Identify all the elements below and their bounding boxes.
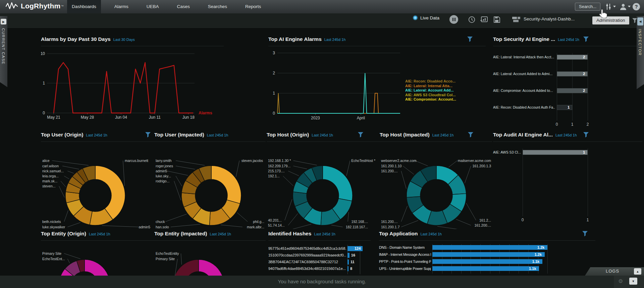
donut-label: 161.2... <box>479 218 491 222</box>
widget-title: Top Host (Impacted) <box>380 132 430 137</box>
audit-aie-bar-chart: 01AIE: AWS S3 Cl...1 <box>493 142 642 227</box>
widget-identified-hashes: Identified HashesLast 245d 1h 95775c451e… <box>268 231 371 276</box>
application-row: UPS - Uninterruptible Power Supply1.1k <box>379 266 595 272</box>
inspector-tab[interactable]: ◀ INSPECTOR <box>637 16 644 89</box>
donut-label: 161.200.1.7 <box>381 225 400 229</box>
search-button[interactable]: Search... <box>575 3 600 11</box>
widget-top-user-impacted: Top User (Impacted)Last 245d 1h larry.sm… <box>154 132 266 229</box>
widget-alarms-by-day: Alarms by Day Past 30 DaysLast 30 Days 0… <box>41 36 224 132</box>
widget-top-ai-engine-alarms: Top AI Engine AlarmsLast 245d 1h 0123202… <box>268 36 486 132</box>
donut-label: EchoTestEntity <box>156 251 179 255</box>
donut-slice[interactable] <box>323 166 353 201</box>
user-origin-donut-chart: alicecarl.wilsonnick.samuel...leia.orga.… <box>41 142 154 229</box>
collapse-inspector-icon[interactable]: ◀ <box>637 17 643 25</box>
donut-label: webserver1.... <box>469 228 491 229</box>
hash-value: 124 <box>355 246 361 250</box>
pause-button[interactable] <box>449 15 458 24</box>
widget-top-application: Top ApplicationLast 245d 1h DNS - Domain… <box>379 231 595 276</box>
bar[interactable] <box>347 253 350 258</box>
bar[interactable] <box>432 266 539 271</box>
donut-label: nick.samuel... <box>42 169 64 173</box>
logs-tab[interactable]: LOGS ▲ <box>585 267 644 276</box>
help-icon[interactable]: ? <box>633 3 640 10</box>
widget-header: Top Entity (Origin)Last 245d 1h <box>41 231 154 241</box>
logs-expand-icon[interactable]: ▲ <box>634 268 641 275</box>
filter-icon[interactable] <box>583 132 589 139</box>
dashboard-layout-icon[interactable] <box>512 17 521 24</box>
donut-label: 192.168.1.30 * <box>268 159 291 163</box>
background-tasks-message: You have no background tasks running. <box>0 276 644 288</box>
logs-label: LOGS <box>606 269 619 274</box>
add-widget-icon[interactable] <box>480 16 488 24</box>
hash-value: 16 <box>351 253 355 257</box>
settings-gear-icon[interactable]: ⚙ <box>618 278 623 284</box>
donut-label: 192.168.... <box>351 220 368 224</box>
hash-label: 1510070ccdaa2397692999aaaa921feaeedcf0..… <box>268 253 346 257</box>
donut-label: larry.smith <box>156 159 172 163</box>
time-range-icon[interactable] <box>468 16 475 24</box>
aie-series-line[interactable] <box>277 93 400 113</box>
donut-label: Primary Site <box>156 257 175 261</box>
widget-title: Top User (Impacted) <box>154 132 204 137</box>
current-case-tab[interactable]: ▶ CURRENT CASE <box>0 16 7 87</box>
live-data-indicator[interactable]: Live Data <box>413 15 439 20</box>
svg-text:1: 1 <box>273 91 275 96</box>
logo-trademark: ™ <box>61 5 63 8</box>
donut-label: admin5 <box>156 169 167 173</box>
filter-icon[interactable] <box>582 231 588 238</box>
bar[interactable] <box>432 252 545 257</box>
svg-text:May 21: May 21 <box>47 115 60 120</box>
widget-top-security-ai-engine: Top Security AI Engine ...Last 245d 1h 0… <box>493 36 642 134</box>
svg-text:2: 2 <box>273 71 275 75</box>
donut-label: han.solo <box>156 225 169 229</box>
bar[interactable] <box>432 245 547 250</box>
live-data-dot-icon <box>413 15 418 20</box>
filter-icon[interactable] <box>468 132 474 139</box>
bar-label: AIE: AWS S3 Cl... <box>493 150 521 154</box>
widget-range: Last 245d 1h <box>210 232 231 236</box>
user-caret-icon[interactable] <box>628 6 631 7</box>
donut-label: admin5 <box>139 225 151 229</box>
svg-text:1: 1 <box>43 81 45 85</box>
admin-caret-icon[interactable] <box>613 6 616 7</box>
donut-label: 161.200.1.10 <box>381 164 401 168</box>
tab-searches[interactable]: Searches <box>203 0 232 13</box>
collapse-panel-icon[interactable]: ▼ <box>629 278 637 285</box>
bar-row: AIE: Compromise: Account Added to...2 <box>493 88 642 94</box>
tab-alarms[interactable]: Alarms <box>110 0 133 13</box>
bar[interactable] <box>432 259 542 264</box>
bar[interactable] <box>523 150 588 155</box>
bar[interactable] <box>347 266 348 271</box>
bar[interactable] <box>347 260 349 265</box>
user-profile-icon[interactable] <box>619 3 627 12</box>
application-value: 1.1k <box>532 260 539 264</box>
donut-label: rodrigo... <box>156 179 169 183</box>
donut-slice[interactable] <box>211 166 241 204</box>
aie-series-line[interactable] <box>277 93 400 113</box>
legend-item: AIE: AWS S3 Cloudtrail Col... <box>405 93 456 97</box>
tab-cases[interactable]: Cases <box>172 0 195 13</box>
alarms-series-line[interactable] <box>54 63 193 113</box>
filter-icon[interactable] <box>145 132 151 139</box>
expand-current-case-icon[interactable]: ▶ <box>1 19 6 24</box>
donut-slice[interactable] <box>173 260 199 276</box>
widget-header: Top Security AI Engine ...Last 245d 1h <box>493 36 642 46</box>
application-label: IMAP - Internet Message Access Pr... <box>379 252 431 256</box>
dashboard-selector[interactable]: Security-Analyst-Dashb... <box>524 16 575 21</box>
tab-dashboards[interactable]: Dashboards <box>67 0 101 13</box>
current-case-label: CURRENT CASE <box>1 28 5 65</box>
bar[interactable] <box>557 105 572 110</box>
entity-impacted-donut-chart: EchoTestEntityPrimary Site <box>154 241 266 276</box>
filter-icon[interactable] <box>467 36 473 44</box>
administration-tooltip: Administration <box>592 16 629 24</box>
save-dashboard-icon[interactable] <box>493 16 500 24</box>
donut-label: mark.sk... <box>42 179 58 183</box>
tab-ueba[interactable]: UEBA <box>142 0 164 13</box>
tab-reports[interactable]: Reports <box>240 0 266 13</box>
filter-icon[interactable] <box>358 132 364 139</box>
donut-label: Primary Site <box>42 251 61 255</box>
filter-icon[interactable] <box>583 36 589 44</box>
svg-text:10: 10 <box>41 51 45 56</box>
donut-label: EchoTestHost * <box>351 159 375 163</box>
x-axis-tick: 0 <box>556 122 558 127</box>
